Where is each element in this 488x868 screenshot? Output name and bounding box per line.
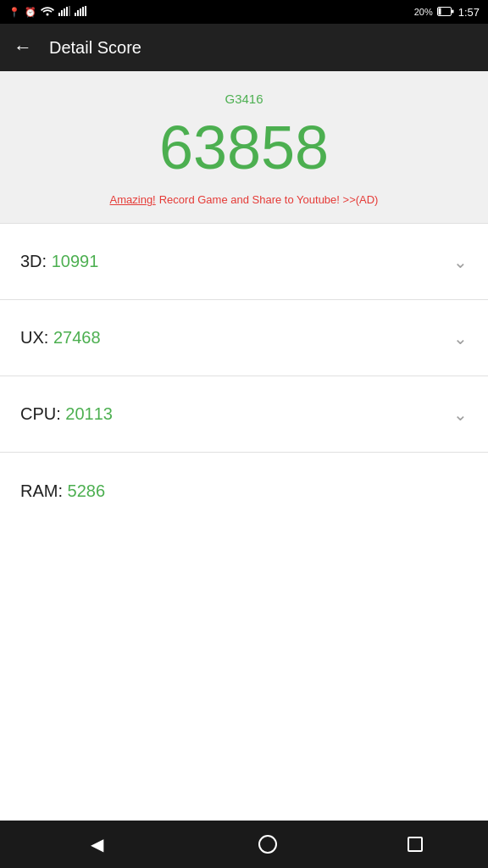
status-bar: 📍 ⏰ — [0, 0, 488, 24]
chevron-icon-cpu: ⌄ — [453, 404, 468, 425]
chevron-icon-ux: ⌄ — [453, 328, 468, 348]
score-value-ram: 5286 — [68, 481, 106, 500]
score-label-cpu: CPU: 20113 — [20, 404, 113, 424]
alarm-icon: ⏰ — [25, 7, 36, 18]
nav-back-button[interactable]: ◀ — [65, 826, 129, 863]
svg-rect-5 — [69, 6, 70, 16]
score-item-ux[interactable]: UX: 27468 ⌄ — [0, 300, 488, 376]
status-time: 1:57 — [458, 6, 480, 19]
signal1-icon — [58, 6, 70, 18]
svg-rect-12 — [438, 8, 441, 14]
score-item-3d[interactable]: 3D: 10991 ⌄ — [0, 224, 488, 300]
svg-rect-9 — [82, 7, 84, 16]
svg-rect-1 — [58, 13, 60, 16]
svg-rect-10 — [85, 6, 86, 16]
ad-amazing-text: Amazing! — [110, 193, 156, 206]
svg-rect-8 — [80, 8, 81, 16]
svg-rect-4 — [66, 7, 68, 16]
svg-rect-6 — [75, 13, 76, 16]
svg-rect-2 — [61, 10, 63, 16]
score-list: 3D: 10991 ⌄ UX: 27468 ⌄ CPU: 20113 ⌄ RAM… — [0, 224, 488, 821]
bottom-nav: ◀ — [0, 821, 488, 868]
score-item-ram[interactable]: RAM: 5286 — [0, 453, 488, 529]
ad-banner[interactable]: Amazing! Record Game and Share to Youtub… — [110, 193, 379, 206]
back-button[interactable]: ← — [14, 36, 32, 58]
nav-recent-button[interactable] — [408, 837, 423, 852]
svg-rect-13 — [452, 9, 454, 13]
score-value-3d: 10991 — [52, 252, 99, 270]
wifi-icon — [41, 6, 54, 18]
score-label-ux: UX: 27468 — [20, 328, 101, 348]
signal2-icon — [75, 6, 86, 18]
app-bar: ← Detail Score — [0, 24, 488, 71]
page-title: Detail Score — [49, 38, 141, 58]
score-item-cpu[interactable]: CPU: 20113 ⌄ — [0, 376, 488, 453]
score-label-3d: 3D: 10991 — [20, 252, 98, 271]
nav-home-button[interactable] — [258, 835, 277, 854]
score-card: G3416 63858 Amazing! Record Game and Sha… — [0, 71, 488, 224]
device-name: G3416 — [225, 92, 263, 106]
score-value-ux: 27468 — [53, 328, 101, 347]
chevron-icon-3d: ⌄ — [453, 252, 468, 272]
svg-rect-7 — [77, 10, 79, 16]
score-value-cpu: 20113 — [65, 404, 113, 423]
battery-icon — [437, 7, 454, 18]
battery-percent: 20% — [414, 7, 433, 17]
location-icon: 📍 — [8, 7, 20, 18]
score-label-ram: RAM: 5286 — [20, 481, 105, 501]
svg-rect-3 — [64, 8, 65, 16]
svg-point-0 — [47, 14, 49, 16]
total-score: 63858 — [159, 114, 329, 181]
main-content: G3416 63858 Amazing! Record Game and Sha… — [0, 71, 488, 821]
ad-main-text: Record Game and Share to Youtube! >>(AD) — [159, 193, 379, 206]
